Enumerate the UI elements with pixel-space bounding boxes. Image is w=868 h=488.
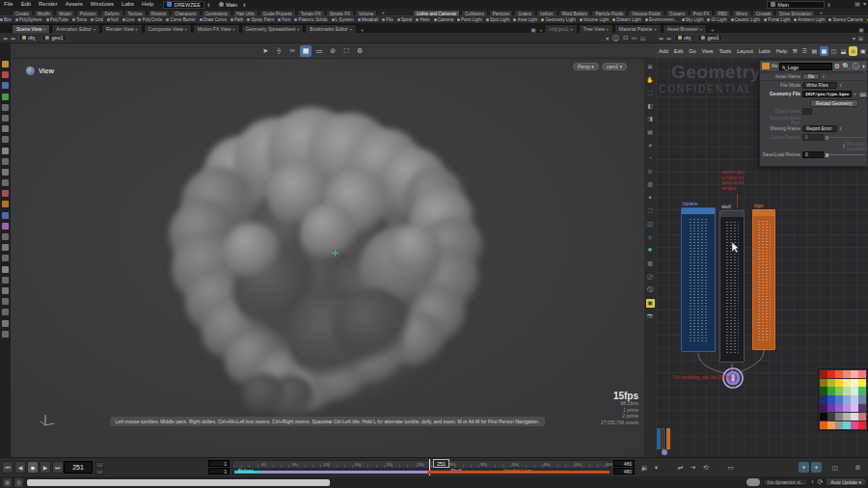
shelf-tool-area-light[interactable]: Area Light [513,17,537,22]
desktop-main-selector[interactable]: Main [216,1,240,9]
tools-icon[interactable]: ⚒ [791,46,800,56]
toolbox-icon-16[interactable] [2,233,9,240]
palette-color-35[interactable] [858,413,866,420]
parm-menu-spinner[interactable]: ⬍ [839,126,842,131]
forward-arrow-icon[interactable]: ➡ [11,35,15,41]
shelf-tool-polysphere[interactable]: PolySphere [15,17,42,22]
desktop-selector-box[interactable]: DREWZEE [163,1,204,9]
shelf-tool-file[interactable]: File [382,17,393,22]
shelf-tool-sky-light[interactable]: Sky Light [682,17,704,22]
cache-icon[interactable]: ✦ [811,462,822,473]
toolbox-icon-11[interactable] [2,179,9,186]
toolbox-icon-20[interactable] [2,277,9,284]
pane-tab-scene-view[interactable]: Scene View▾ [12,24,50,33]
display-option-icon-3[interactable]: ◧ [646,102,655,111]
range-start-field[interactable]: 1 [208,460,230,467]
shelf-tool-helix[interactable]: Helix [416,17,429,22]
toolbox-icon-1[interactable] [2,71,9,78]
shelf-tool-spiral[interactable]: Spiral [397,17,413,22]
pane-maximize-icon[interactable]: ⊡ [640,35,645,41]
net-back-arrow-icon[interactable]: ⬅ [659,35,664,41]
pane-tab-bookmarks-editor[interactable]: Bookmarks Editor▾ [305,24,356,33]
persp-view-button[interactable]: Persp ▾ [573,63,599,70]
palette-color-17[interactable] [858,387,866,394]
timeline-ruler[interactable]: 4080120160200240280320360400440480 [232,460,610,469]
net-menu-edit[interactable]: Edit [671,48,686,54]
memory-cloud-icon[interactable] [746,478,760,486]
toolbox-icon-14[interactable] [2,212,9,219]
display-option-icon-2[interactable]: ⬚ [646,89,655,97]
gear-icon[interactable]: ⚙ [834,63,840,70]
chevron-down-icon[interactable]: ▾ [700,27,702,32]
toolbox-icon-18[interactable] [2,255,9,261]
desktop-main-spinner[interactable]: ⬍ [242,2,246,8]
palette-color-1[interactable] [827,370,835,378]
palette-color-31[interactable] [827,413,835,420]
shelf-tool-torus[interactable]: Torus [72,17,87,22]
display-option-icon-4[interactable]: ◨ [646,115,655,123]
palette-color-2[interactable] [835,370,843,378]
parm-text-field[interactable] [802,108,812,115]
pane-tab-geometry-spreadsheet[interactable]: Geometry Spreadsheet▾ [241,24,305,33]
recook-icon[interactable]: ⟳ [817,478,823,486]
global-start-field[interactable]: 1 [208,468,230,474]
toolbox-icon-8[interactable] [2,148,9,154]
chevron-down-icon[interactable]: ▾ [607,27,609,32]
palette-color-18[interactable] [820,395,827,403]
palette-color-20[interactable] [835,395,843,403]
loop-icon[interactable]: ⇄ [675,462,686,473]
window-menu-icon[interactable]: ▤ [854,0,860,7]
palette-color-11[interactable] [858,379,866,387]
shelf-tool-l-system[interactable]: L-System [332,17,354,22]
shelf-tool-volume-light[interactable]: Volume Light [580,17,610,22]
display-option-icon-15[interactable]: ▧ [646,259,655,268]
palette-color-34[interactable] [851,413,858,420]
toolbox-icon-12[interactable] [2,190,9,197]
palette-color-41[interactable] [858,421,866,429]
shelf-tool-line[interactable]: Line [122,17,135,22]
toolbox-icon-13[interactable] [2,201,9,207]
parm-number-field[interactable]: 0 [802,151,824,158]
path-dropdown-icon[interactable]: ▾ [606,35,609,41]
shelf-tool-box[interactable]: Box [0,17,12,22]
pane-maximize-icon[interactable]: ▣ [858,26,864,33]
shelf-tool-polytube[interactable]: PolyTube [46,17,68,22]
sim-icon[interactable]: ✦ [799,462,809,473]
toolbox-icon-21[interactable] [2,287,9,294]
parm-menu-0[interactable]: Write Files [802,82,837,89]
toolbox-icon-19[interactable] [2,266,9,273]
camera-icon[interactable]: 📷 [646,312,655,320]
pane-tab-material-palette[interactable]: Material Palette▾ [614,24,662,33]
parm-number-field[interactable]: 0 [802,134,824,141]
parm-menu-5[interactable]: Report Error [802,125,837,132]
auto-update-button[interactable]: Auto Update ▾ [826,477,866,486]
sticky-note-icon[interactable]: 🗈 [849,46,857,56]
display-option-icon-6[interactable]: ☀ [646,142,655,150]
play-reverse-button[interactable]: ◀ [14,461,26,474]
toolbox-icon-6[interactable] [2,125,9,132]
palette-color-12[interactable] [820,387,827,394]
palette-color-15[interactable] [843,387,851,394]
status-grid-icon[interactable]: ▦ [3,478,12,487]
pane-tab--obj-geo1[interactable]: /obj/geo1▾ [544,24,578,33]
status-list-icon[interactable]: ▥ [14,478,23,487]
palette-color-16[interactable] [851,387,858,394]
toolbox-icon-3[interactable] [2,94,9,100]
palette-color-5[interactable] [858,370,866,378]
display-option-icon-9[interactable]: ▥ [646,180,655,189]
shelf-tool-camera[interactable]: Camera [434,17,453,22]
asset-name-button[interactable]: file [802,73,820,80]
shelf-tool-gi-light[interactable]: GI Light [707,17,726,22]
display-option-icon-12[interactable]: ◫ [646,220,655,229]
display-option-icon-10[interactable]: ✦ [646,194,655,203]
shelf-tool-font[interactable]: Font [278,17,290,22]
play-button[interactable]: ▶ [40,461,51,474]
toolbox-icon-15[interactable] [2,223,9,230]
prefetch-checkbox[interactable] [843,144,845,149]
stop-button[interactable]: ■ [27,461,39,474]
network-overview-map[interactable] [656,422,681,457]
toolbox-icon-5[interactable] [2,115,9,122]
range-end-field[interactable]: 480 [613,460,635,467]
frame-step-back-button[interactable]: ◃ [95,462,104,468]
palette-icon[interactable]: ▣ [858,46,867,56]
